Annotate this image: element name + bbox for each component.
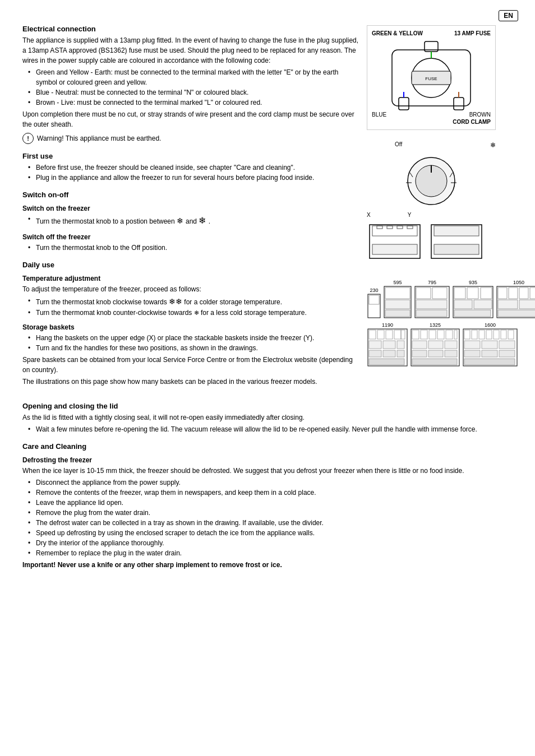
svg-rect-50 bbox=[498, 300, 518, 309]
page-content: Electrical connection The appliance is s… bbox=[22, 17, 513, 572]
svg-rect-90 bbox=[499, 341, 515, 349]
svg-rect-87 bbox=[508, 330, 514, 339]
warning-box: ! Warning! This appliance must be earthe… bbox=[22, 133, 361, 144]
electrical-para: The appliance is supplied with a 13amp p… bbox=[22, 35, 361, 66]
svg-rect-36 bbox=[416, 300, 447, 309]
svg-rect-61 bbox=[397, 341, 404, 349]
model-1190-label: 1190 bbox=[382, 322, 393, 328]
svg-rect-54 bbox=[369, 330, 376, 339]
blue-label: BLUE bbox=[372, 112, 386, 118]
xy-labels: X Y bbox=[367, 212, 490, 218]
model-1325-svg bbox=[410, 328, 460, 367]
svg-rect-74 bbox=[428, 341, 443, 349]
model-230-label: 230 bbox=[370, 287, 378, 293]
switch-on-text: Turn the thermostat knob to a postion be… bbox=[36, 217, 175, 225]
svg-rect-82 bbox=[472, 330, 477, 339]
svg-rect-79 bbox=[412, 359, 457, 365]
first-use-list: Before first use, the freezer should be … bbox=[28, 163, 361, 183]
svg-rect-37 bbox=[416, 310, 447, 317]
svg-rect-19 bbox=[377, 226, 382, 229]
snowflake-right-icon: ❄ bbox=[490, 141, 496, 149]
svg-rect-56 bbox=[386, 330, 393, 339]
svg-rect-89 bbox=[482, 341, 497, 349]
bottom-sections: Opening and closing the lid As the lid i… bbox=[22, 394, 513, 572]
model-1050-label: 1050 bbox=[513, 280, 524, 285]
svg-rect-59 bbox=[369, 341, 381, 349]
opening-list: Wait a few minutes before re-opening the… bbox=[28, 424, 513, 434]
list-item: Remove the contents of the freezer, wrap… bbox=[28, 488, 513, 498]
model-795: 795 bbox=[414, 280, 450, 319]
svg-rect-43 bbox=[474, 300, 492, 309]
svg-rect-49 bbox=[530, 287, 535, 299]
svg-rect-40 bbox=[467, 287, 478, 299]
svg-rect-70 bbox=[437, 330, 444, 339]
list-item: Brown - Live: must be connected to the t… bbox=[28, 98, 361, 108]
svg-rect-64 bbox=[397, 350, 404, 357]
thermostat-knob-svg bbox=[395, 150, 468, 206]
model-1600: 1600 bbox=[462, 322, 518, 367]
svg-rect-51 bbox=[519, 300, 535, 309]
switch-on-title: Switch on the freezer bbox=[22, 205, 361, 212]
svg-rect-18 bbox=[372, 226, 417, 236]
svg-rect-94 bbox=[464, 359, 515, 365]
model-795-label: 795 bbox=[428, 280, 436, 285]
svg-rect-72 bbox=[454, 330, 457, 339]
svg-rect-46 bbox=[498, 287, 507, 299]
list-item: Before first use, the freezer should be … bbox=[28, 163, 361, 173]
svg-rect-63 bbox=[383, 350, 395, 357]
svg-text:FUSE: FUSE bbox=[425, 76, 437, 81]
svg-rect-73 bbox=[412, 341, 427, 349]
list-item: Disconnect the appliance from the power … bbox=[28, 477, 513, 488]
list-item: Turn the thermostat knob clockwise towar… bbox=[28, 296, 361, 308]
daily-use-title: Daily use bbox=[22, 261, 361, 269]
model-1190: 1190 bbox=[367, 322, 408, 367]
svg-rect-65 bbox=[369, 359, 404, 365]
warning-text: Warning! This appliance must be earthed. bbox=[37, 134, 161, 142]
svg-rect-78 bbox=[445, 350, 457, 357]
switch-onoff-title: Switch on-off bbox=[22, 191, 361, 199]
svg-rect-69 bbox=[429, 330, 436, 339]
y-label: Y bbox=[408, 212, 412, 218]
svg-rect-76 bbox=[412, 350, 427, 357]
electrical-list: Green and Yellow - Earth: must be connec… bbox=[28, 67, 361, 108]
model-935-label: 935 bbox=[469, 280, 477, 285]
off-label: Off bbox=[395, 141, 402, 149]
svg-rect-68 bbox=[421, 330, 427, 339]
svg-rect-41 bbox=[481, 287, 492, 299]
svg-rect-91 bbox=[464, 350, 480, 357]
svg-rect-25 bbox=[434, 226, 479, 236]
knob-label-row: Off ❄ bbox=[367, 141, 496, 149]
x-label: X bbox=[367, 212, 371, 218]
care-list: Disconnect the appliance from the power … bbox=[28, 477, 513, 558]
svg-rect-83 bbox=[479, 330, 485, 339]
and-text: and bbox=[186, 217, 197, 225]
svg-rect-35 bbox=[432, 287, 447, 299]
model-795-svg bbox=[414, 285, 450, 319]
green-yellow-label: GREEN & YELLOW bbox=[372, 30, 423, 36]
list-item: Turn the thermomat knob counter-clockwis… bbox=[28, 308, 361, 318]
switch-off-title: Switch off the freezer bbox=[22, 233, 361, 241]
model-1600-label: 1600 bbox=[485, 322, 496, 328]
list-item: Hang the baskets on the upper edge (X) o… bbox=[28, 333, 361, 343]
svg-rect-48 bbox=[519, 287, 528, 299]
list-item: Remember to replace the plug in the wate… bbox=[28, 548, 513, 558]
electrical-closing: Upon completion there must be no cut, or… bbox=[22, 109, 361, 129]
opening-title: Opening and closing the lid bbox=[22, 402, 513, 410]
model-230-svg bbox=[367, 293, 381, 319]
svg-rect-39 bbox=[454, 287, 465, 299]
svg-rect-84 bbox=[486, 330, 492, 339]
fuse-label: 13 AMP FUSE bbox=[454, 30, 491, 36]
list-item: The defrost water can be collected in a … bbox=[28, 518, 513, 528]
thermostat-diagram: Off ❄ bbox=[367, 141, 496, 206]
model-1190-svg bbox=[367, 328, 408, 367]
list-item: Remove the plug from the water drain. bbox=[28, 508, 513, 518]
snowflake-large-icon: ❄ bbox=[199, 216, 208, 225]
models-row-1: 230 595 bbox=[367, 280, 507, 319]
svg-rect-92 bbox=[482, 350, 497, 357]
svg-rect-71 bbox=[446, 330, 453, 339]
opening-para: As the lid is fitted with a tightly clos… bbox=[22, 412, 513, 423]
svg-rect-27 bbox=[368, 294, 380, 318]
svg-rect-67 bbox=[412, 330, 419, 339]
care-title: Care and Cleaning bbox=[22, 442, 513, 451]
svg-rect-28 bbox=[369, 295, 379, 304]
